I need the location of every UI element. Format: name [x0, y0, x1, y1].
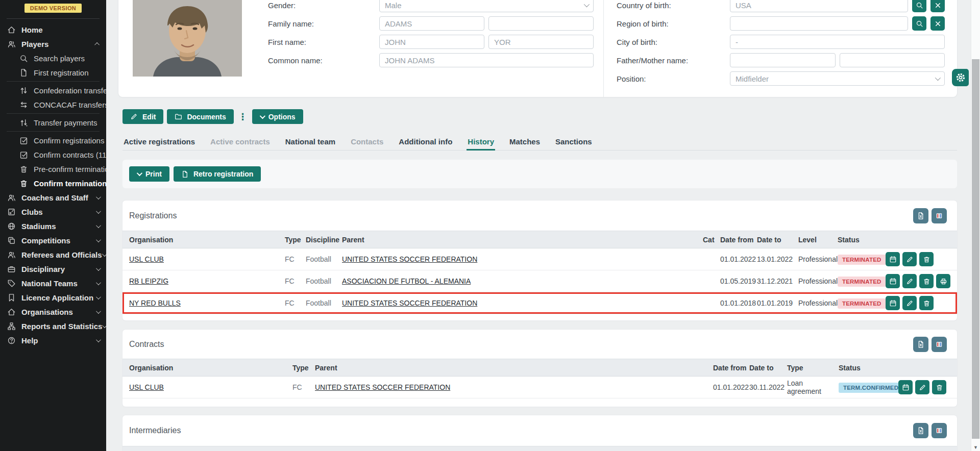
tab-contacts[interactable]: Contacts — [350, 135, 384, 150]
city-of-birth-input[interactable] — [730, 35, 945, 49]
delete-row-button[interactable] — [919, 296, 934, 310]
print-button[interactable]: Print — [129, 166, 169, 182]
briefcase-icon — [7, 265, 16, 273]
sidebar-item-pre-confirm-termination[interactable]: Pre-confirm termination — [0, 162, 106, 176]
sidebar-item-concacaf-transfers[interactable]: CONCACAF transfers (0) — [0, 97, 106, 112]
tab-active-registrations[interactable]: Active registrations — [122, 135, 196, 150]
tab-national-team[interactable]: National team — [284, 135, 336, 150]
parent-link[interactable]: ASOCIACION DE FUTBOL - ALEMANIA — [342, 277, 471, 285]
gender-select[interactable]: Male — [379, 0, 594, 12]
delete-row-button[interactable] — [919, 274, 934, 288]
organisation-link[interactable]: RB LEIPZIG — [129, 277, 168, 285]
calendar-button[interactable] — [898, 380, 913, 394]
trash-icon — [936, 384, 943, 391]
intermediaries-table-header — [122, 446, 957, 451]
sidebar-item-competitions[interactable]: Competitions — [0, 233, 106, 247]
export-button[interactable] — [913, 423, 928, 438]
column-header: Status — [838, 236, 886, 244]
sidebar: DEMO VERSION Home Players Search players… — [0, 0, 106, 451]
calendar-button[interactable] — [886, 252, 900, 266]
column-header: Organisation — [129, 364, 292, 372]
sidebar-item-confirm-contracts[interactable]: Confirm contracts (11) — [0, 147, 106, 162]
edit-row-button[interactable] — [902, 274, 917, 288]
edit-button[interactable]: Edit — [122, 109, 163, 124]
edit-row-button[interactable] — [902, 252, 917, 266]
tab-sanctions[interactable]: Sanctions — [554, 135, 593, 150]
sidebar-item-coaches-and-staff[interactable]: Coaches and Staff — [0, 190, 106, 205]
sidebar-item-national-teams[interactable]: National Teams — [0, 276, 106, 290]
position-select[interactable]: Midfielder — [730, 71, 945, 86]
export-button[interactable] — [913, 337, 928, 352]
family-name-secondary-input[interactable] — [488, 16, 594, 31]
sidebar-item-licence-application[interactable]: Licence Application — [0, 290, 106, 305]
sidebar-item-confirm-registrations[interactable]: Confirm registrations (407) — [0, 133, 106, 147]
edit-row-button[interactable] — [902, 296, 917, 310]
more-options-icon[interactable]: ⋮ — [238, 111, 248, 122]
trash-icon — [923, 278, 930, 285]
settings-button[interactable] — [952, 69, 969, 86]
gender-value: Male — [385, 1, 402, 10]
sidebar-item-reports-and-statistics[interactable]: Reports and Statistics — [0, 319, 106, 333]
delete-row-button[interactable] — [932, 380, 946, 394]
documents-button[interactable]: Documents — [167, 109, 233, 124]
check-square-icon — [19, 136, 28, 145]
sidebar-item-clubs[interactable]: Clubs — [0, 205, 106, 219]
discipline-cell: Football — [306, 255, 342, 263]
first-name-secondary-input[interactable] — [488, 35, 594, 49]
country-of-birth-input[interactable] — [730, 0, 908, 12]
city-of-birth-label: City of birth: — [617, 38, 730, 46]
gender-label: Gender: — [268, 1, 379, 10]
sidebar-item-referees-and-officials[interactable]: Referees and Officials — [0, 247, 106, 262]
sidebar-item-transfer-payments[interactable]: Transfer payments — [0, 115, 106, 130]
father-mother-name-input[interactable] — [730, 53, 836, 67]
country-clear-button[interactable] — [930, 0, 945, 12]
father-mother-name-secondary-input[interactable] — [840, 53, 945, 67]
tab-additional-info[interactable]: Additional info — [398, 135, 453, 150]
sidebar-item-home[interactable]: Home — [0, 22, 106, 37]
tab-active-contracts[interactable]: Active contracts — [209, 135, 271, 150]
sidebar-item-confirm-terminations[interactable]: Confirm terminations (1) — [0, 176, 106, 190]
region-search-button[interactable] — [912, 16, 926, 31]
parent-link[interactable]: UNITED STATES SOCCER FEDERATION — [315, 383, 450, 391]
region-clear-button[interactable] — [930, 16, 945, 31]
edit-row-button[interactable] — [915, 380, 929, 394]
scrollbar-thumb[interactable] — [972, 59, 979, 439]
export-button[interactable] — [913, 208, 928, 223]
scrollbar-down-arrow[interactable]: ▼ — [971, 445, 980, 450]
player-photo — [133, 0, 242, 77]
calendar-button[interactable] — [886, 296, 900, 310]
country-search-button[interactable] — [912, 0, 926, 12]
options-button[interactable]: Options — [252, 109, 303, 124]
sidebar-item-search-players[interactable]: Search players — [0, 51, 106, 65]
organisation-link[interactable]: NY RED BULLS — [129, 299, 181, 307]
print-row-button[interactable] — [936, 274, 950, 288]
retro-registration-button[interactable]: Retro registration — [174, 166, 261, 182]
sidebar-item-disciplinary[interactable]: Disciplinary — [0, 262, 106, 276]
delete-row-button[interactable] — [919, 252, 934, 266]
first-name-input[interactable] — [379, 35, 484, 49]
columns-button[interactable] — [932, 337, 947, 352]
tab-history[interactable]: History — [467, 135, 495, 150]
column-header: Discipline — [306, 236, 342, 244]
sidebar-item-label: CONCACAF transfers (0) — [34, 101, 106, 109]
parent-link[interactable]: UNITED STATES SOCCER FEDERATION — [342, 255, 477, 263]
parent-link[interactable]: UNITED STATES SOCCER FEDERATION — [342, 299, 477, 307]
scrollbar[interactable]: ▼ — [971, 0, 980, 451]
family-name-input[interactable] — [379, 16, 484, 31]
columns-button[interactable] — [932, 423, 947, 438]
sidebar-item-confederation-transfers[interactable]: Confederation transfers (2) — [0, 83, 106, 97]
tab-matches[interactable]: Matches — [508, 135, 541, 150]
common-name-input[interactable] — [379, 53, 594, 67]
organisation-link[interactable]: USL CLUB — [129, 383, 164, 391]
chevron-down-icon — [96, 194, 101, 199]
calendar-button[interactable] — [886, 274, 900, 288]
sidebar-item-stadiums[interactable]: Stadiums — [0, 219, 106, 233]
sidebar-item-first-registration[interactable]: First registration — [0, 65, 106, 80]
region-of-birth-input[interactable] — [730, 16, 908, 31]
file-icon — [181, 170, 189, 178]
columns-button[interactable] — [932, 208, 947, 223]
organisation-link[interactable]: USL CLUB — [129, 255, 164, 263]
sidebar-item-players[interactable]: Players — [0, 37, 106, 51]
sidebar-item-organisations[interactable]: Organisations — [0, 305, 106, 319]
sidebar-item-help[interactable]: Help — [0, 333, 106, 347]
